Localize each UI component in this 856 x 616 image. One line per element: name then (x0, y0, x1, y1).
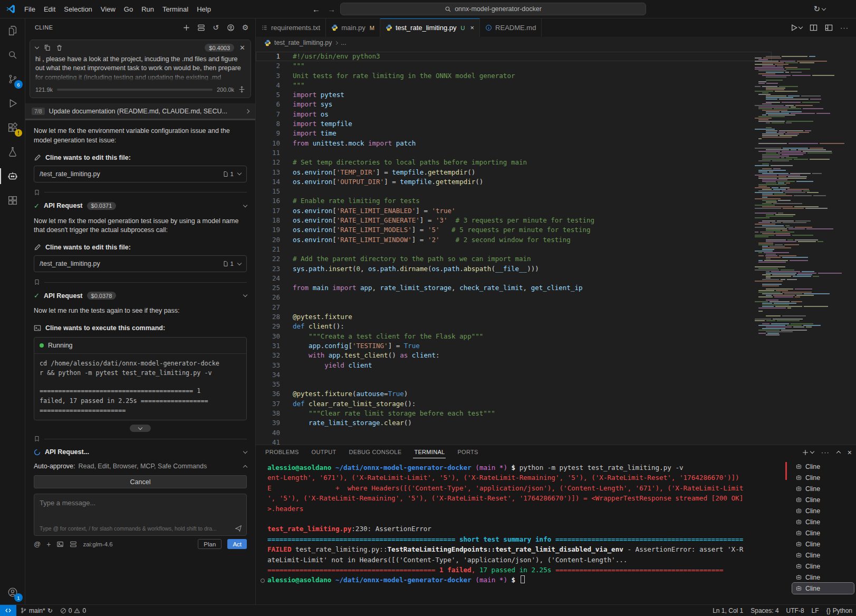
line-number[interactable]: 16 (256, 196, 280, 206)
code-line[interactable]: 31 app.config['TESTING'] = True (256, 341, 772, 351)
code-line[interactable]: 21 (256, 245, 772, 254)
code-line[interactable]: 20os.environ['RATE_LIMIT_WINDOW'] = '2' … (256, 235, 772, 245)
image-icon[interactable] (56, 541, 64, 548)
line-number[interactable]: 3 (256, 71, 280, 81)
code-line[interactable]: 13os.environ['TEMP_DIR'] = tempfile.gett… (256, 168, 772, 177)
code-line[interactable]: 32 with app.test_client() as client: (256, 351, 772, 360)
terminal-session[interactable]: Cline (792, 461, 854, 472)
code-line[interactable]: 12# Set temp directories to local paths … (256, 158, 772, 167)
panel-tab-debug-console[interactable]: DEBUG CONSOLE (348, 446, 403, 458)
account-small-icon[interactable] (226, 23, 235, 32)
line-number[interactable]: 37 (256, 399, 280, 409)
code-line[interactable]: 36@pytest.fixture(autouse=True) (256, 389, 772, 399)
tab-readme-md[interactable]: README.md (480, 18, 542, 37)
code-line[interactable]: 39 rate_limit_storage.clear() (256, 418, 772, 428)
code-line[interactable]: 37def clear_rate_limit_storage(): (256, 399, 772, 409)
line-number[interactable]: 15 (256, 187, 280, 196)
tab-main-py[interactable]: main.py M (326, 18, 380, 37)
branch-indicator[interactable]: main* ↻ (16, 605, 56, 616)
line-number[interactable]: 6 (256, 100, 280, 109)
add-context-icon[interactable]: + (46, 540, 51, 548)
more-actions-icon[interactable]: ··· (840, 24, 849, 32)
code-line[interactable]: 33 yield client (256, 361, 772, 370)
terminal-session[interactable]: Cline (792, 516, 854, 527)
terminal-session[interactable]: Cline (792, 483, 854, 494)
terminal-session[interactable]: Cline (792, 505, 854, 516)
new-task-icon[interactable] (181, 23, 191, 32)
line-number[interactable]: 40 (256, 428, 280, 438)
line-number[interactable]: 8 (256, 119, 280, 129)
code-line[interactable]: 23sys.path.insert(0, os.path.dirname(os.… (256, 264, 772, 274)
terminal-session[interactable]: Cline (792, 472, 854, 483)
line-number[interactable]: 30 (256, 332, 280, 341)
line-number[interactable]: 26 (256, 293, 280, 302)
terminal-session[interactable]: Cline (792, 550, 854, 561)
plan-toggle-button[interactable]: Plan (198, 539, 222, 549)
chevron-down-icon[interactable] (243, 203, 247, 207)
terminal-output[interactable]: alessio@asoldano ~/dati/onnx-model-gener… (256, 459, 788, 604)
code-line[interactable]: 7import os (256, 110, 772, 119)
command-output-card[interactable]: Running cd /home/alessio/dati/onnx-model… (34, 337, 247, 420)
sync-dropdown-icon[interactable]: ↻ (813, 4, 820, 14)
context-window-icon[interactable] (238, 86, 245, 93)
menu-terminal[interactable]: Terminal (158, 3, 193, 15)
line-number[interactable]: 22 (256, 254, 280, 264)
panel-tab-output[interactable]: OUTPUT (311, 446, 338, 458)
extensions-icon[interactable]: ! (0, 116, 25, 140)
line-number[interactable]: 34 (256, 370, 280, 380)
code-line[interactable]: 38 """Clear rate limit storage before ea… (256, 409, 772, 418)
code-line[interactable]: 40 (256, 428, 772, 438)
line-number[interactable]: 5 (256, 90, 280, 100)
line-number[interactable]: 23 (256, 264, 280, 274)
api-request-row[interactable]: ✓ API Request $0.0378 (25, 289, 255, 302)
mcp-icon[interactable] (70, 541, 77, 548)
line-number[interactable]: 13 (256, 168, 280, 177)
delete-task-icon[interactable] (56, 44, 63, 51)
terminal-session[interactable]: Cline (792, 572, 854, 583)
line-number[interactable]: 41 (256, 438, 280, 445)
line-number[interactable]: 7 (256, 110, 280, 119)
line-number[interactable]: 10 (256, 139, 280, 148)
breadcrumb[interactable]: test_rate_limiting.py ... (256, 37, 856, 49)
code-line[interactable]: 17os.environ['RATE_LIMIT_ENABLED'] = 'tr… (256, 206, 772, 216)
code-line[interactable]: 2""" (256, 61, 772, 71)
code-line[interactable]: 22# Add the parent directory to the path… (256, 254, 772, 264)
file-edit-chip[interactable]: /test_rate_limiting.py 1 (34, 255, 247, 272)
line-number[interactable]: 38 (256, 409, 280, 418)
run-debug-icon[interactable] (0, 91, 25, 116)
terminal-session[interactable]: Cline (792, 583, 854, 594)
terminal-session[interactable]: Cline (792, 538, 854, 550)
code-line[interactable]: 6import sys (256, 100, 772, 109)
line-number[interactable]: 19 (256, 225, 280, 235)
account-icon[interactable]: 1 (0, 580, 25, 604)
panel-tab-problems[interactable]: PROBLEMS (264, 446, 300, 458)
code-line[interactable]: 41 (256, 438, 772, 445)
code-line[interactable]: 10from unittest.mock import patch (256, 139, 772, 148)
run-python-file-button[interactable] (790, 24, 802, 32)
language-indicator[interactable]: {} Python (823, 605, 856, 616)
code-line[interactable]: 28@pytest.fixture (256, 312, 772, 322)
line-number[interactable]: 1 (256, 52, 280, 61)
line-number[interactable]: 12 (256, 158, 280, 167)
menu-go[interactable]: Go (120, 3, 137, 15)
code-line[interactable]: 24 (256, 274, 772, 283)
split-editor-icon[interactable] (810, 24, 817, 32)
code-line[interactable]: 34 (256, 370, 772, 380)
checkpoint-icon[interactable] (34, 189, 40, 196)
source-control-icon[interactable]: 6 (0, 67, 25, 91)
api-request-row[interactable]: ✓ API Request $0.0371 (25, 199, 255, 213)
code-line[interactable]: 16# Enable rate limiting for tests (256, 196, 772, 206)
act-toggle-button[interactable]: Act (227, 539, 247, 549)
cline-activity-icon[interactable] (0, 164, 25, 188)
terminal-session[interactable]: Cline (792, 527, 854, 538)
checkpoint-icon[interactable] (34, 436, 40, 442)
search-activity-icon[interactable] (0, 43, 25, 67)
breadcrumb-more[interactable]: ... (341, 39, 346, 46)
menu-edit[interactable]: Edit (40, 3, 60, 15)
chevron-down-icon[interactable] (243, 449, 247, 453)
task-collapse-icon[interactable] (35, 45, 39, 49)
line-number[interactable]: 18 (256, 216, 280, 225)
line-number[interactable]: 24 (256, 274, 280, 283)
code-line[interactable]: 35 (256, 380, 772, 389)
panel-tab-ports[interactable]: PORTS (456, 446, 479, 458)
